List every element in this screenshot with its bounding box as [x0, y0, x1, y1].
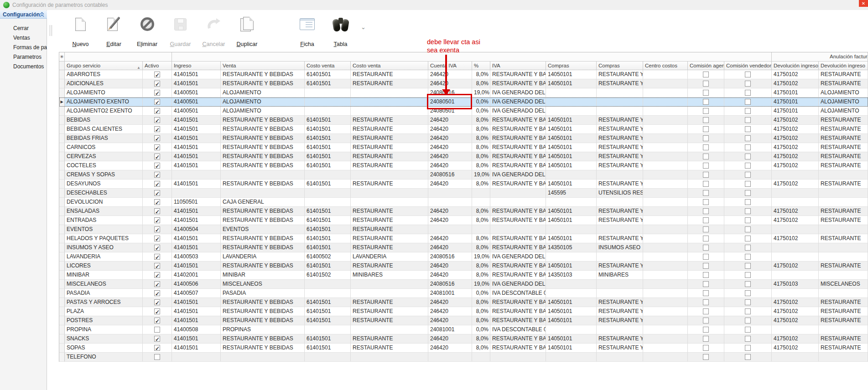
cell-cuenta[interactable]: 246420: [428, 271, 472, 280]
cell-activo[interactable]: [143, 280, 172, 289]
cell-iva[interactable]: IVA GENERADO DEL 0%: [490, 98, 546, 107]
cell-cuenta[interactable]: 24081001: [428, 289, 472, 298]
unchecked-checkbox[interactable]: [703, 336, 709, 342]
cell-centro[interactable]: [643, 280, 688, 289]
cell-comp_cod[interactable]: [546, 170, 597, 180]
cell-com_ag[interactable]: [688, 289, 724, 298]
cell-cos_nom[interactable]: RESTAURANTE: [351, 152, 428, 161]
cell-grupo[interactable]: COCTELES: [65, 161, 143, 170]
cell-dev_cod[interactable]: 41750102: [772, 262, 819, 271]
cell-centro[interactable]: [643, 134, 688, 143]
column-header-centro[interactable]: Centro costos: [643, 62, 688, 70]
cell-ing_cod[interactable]: 41401501: [172, 243, 221, 252]
cell-dev_cod[interactable]: 41750102: [772, 70, 819, 79]
checked-checkbox[interactable]: [154, 108, 160, 114]
cell-dev_cod[interactable]: [772, 198, 819, 207]
unchecked-checkbox[interactable]: [703, 318, 709, 323]
cell-dev_cod[interactable]: [772, 225, 819, 234]
checked-checkbox[interactable]: [154, 208, 160, 214]
cell-iva[interactable]: RESTAURANTE Y BAR 8%: [490, 334, 546, 344]
unchecked-checkbox[interactable]: [745, 290, 751, 296]
cell-dev_nom[interactable]: ALOJAMIENTO: [819, 88, 868, 98]
cell-cos_cod[interactable]: [305, 189, 351, 198]
cell-activo[interactable]: [143, 107, 172, 116]
cell-dev_nom[interactable]: RESTAURANTE: [819, 152, 868, 161]
checked-checkbox[interactable]: [154, 345, 160, 351]
cell-ing_cod[interactable]: 41400501: [172, 88, 221, 98]
cell-iva[interactable]: RESTAURANTE Y BAR 8%: [490, 152, 546, 161]
cell-activo[interactable]: [143, 98, 172, 107]
cell-cos_cod[interactable]: [305, 325, 351, 334]
cell-dev_nom[interactable]: ALOJAMIENTO: [819, 107, 868, 116]
cell-comp_cod[interactable]: 14050101: [546, 316, 597, 325]
checked-checkbox[interactable]: [154, 299, 160, 305]
cell-comp_nom[interactable]: RESTAURANTE Y BEBIDAS: [597, 161, 643, 170]
cell-centro[interactable]: [643, 107, 688, 116]
unchecked-checkbox[interactable]: [745, 281, 751, 287]
cell-dev_nom[interactable]: RESTAURANTE: [819, 316, 868, 325]
cell-com_ag[interactable]: [688, 243, 724, 252]
cell-comp_nom[interactable]: RESTAURANTE Y BEBIDAS: [597, 307, 643, 316]
cell-comp_nom[interactable]: RESTAURANTE Y BEBIDAS: [597, 143, 643, 152]
unchecked-checkbox[interactable]: [745, 327, 751, 333]
cell-cos_cod[interactable]: 61400502: [305, 252, 351, 262]
unchecked-checkbox[interactable]: [154, 354, 160, 360]
cell-cos_nom[interactable]: [351, 107, 428, 116]
column-header-dev_cod[interactable]: Devolución ingreso: [772, 62, 819, 70]
cell-iva[interactable]: RESTAURANTE Y BAR 8%: [490, 207, 546, 216]
unchecked-checkbox[interactable]: [703, 208, 709, 214]
unchecked-checkbox[interactable]: [154, 327, 160, 333]
toolbar-button-eliminar[interactable]: Eliminar: [130, 14, 164, 47]
unchecked-checkbox[interactable]: [703, 226, 709, 232]
checked-checkbox[interactable]: [154, 81, 160, 87]
cell-iva[interactable]: RESTAURANTE Y BAR 8%: [490, 243, 546, 252]
unchecked-checkbox[interactable]: [703, 154, 709, 159]
table-row[interactable]: POSTRES41401501RESTAURANTE Y BEBIDAS6140…: [59, 316, 868, 325]
cell-dev_nom[interactable]: [819, 225, 868, 234]
unchecked-checkbox[interactable]: [745, 318, 751, 323]
unchecked-checkbox[interactable]: [703, 299, 709, 305]
cell-grupo[interactable]: PASTAS Y ARROCES: [65, 298, 143, 307]
unchecked-checkbox[interactable]: [745, 154, 751, 159]
cell-ing_nom[interactable]: RESTAURANTE Y BEBIDAS: [221, 307, 305, 316]
cell-ing_cod[interactable]: 41400508: [172, 325, 221, 334]
cell-iva[interactable]: RESTAURANTE Y BAR 8%: [490, 116, 546, 125]
cell-ing_cod[interactable]: 41401501: [172, 116, 221, 125]
cell-com_ven[interactable]: [724, 262, 772, 271]
cell-ing_nom[interactable]: ALOJAMIENTO: [221, 88, 305, 98]
cell-ing_nom[interactable]: ALOJAMIENTO: [221, 107, 305, 116]
cell-cos_nom[interactable]: LAVANDERIA: [351, 252, 428, 262]
cell-comp_nom[interactable]: RESTAURANTE Y BEBIDAS: [597, 262, 643, 271]
cell-comp_nom[interactable]: [597, 280, 643, 289]
cell-pct[interactable]: 19,0%: [472, 252, 490, 262]
cell-pct[interactable]: 19,0%: [472, 280, 490, 289]
cell-com_ag[interactable]: [688, 98, 724, 107]
cell-activo[interactable]: [143, 79, 172, 88]
cell-centro[interactable]: [643, 344, 688, 353]
cell-iva[interactable]: RESTAURANTE Y BAR 8%: [490, 234, 546, 243]
cell-activo[interactable]: [143, 125, 172, 134]
cell-pct[interactable]: 8,0%: [472, 70, 490, 79]
cell-ing_nom[interactable]: EVENTOS: [221, 225, 305, 234]
cell-grupo[interactable]: INSUMOS Y ASEO: [65, 243, 143, 252]
column-header-cos_cod[interactable]: Costo venta: [305, 62, 351, 70]
cell-cos_cod[interactable]: 61401501: [305, 243, 351, 252]
unchecked-checkbox[interactable]: [703, 236, 709, 241]
cell-cuenta[interactable]: 246420: [428, 262, 472, 271]
cell-ing_cod[interactable]: 41400507: [172, 289, 221, 298]
cell-activo[interactable]: [143, 325, 172, 334]
checked-checkbox[interactable]: [154, 99, 160, 105]
cell-cos_cod[interactable]: 61401501: [305, 344, 351, 353]
cell-cos_nom[interactable]: RESTAURANTE: [351, 298, 428, 307]
cell-dev_cod[interactable]: 41750102: [772, 116, 819, 125]
cell-com_ven[interactable]: [724, 298, 772, 307]
unchecked-checkbox[interactable]: [745, 217, 751, 223]
cell-cuenta[interactable]: [428, 189, 472, 198]
cell-ing_nom[interactable]: RESTAURANTE Y BEBIDAS: [221, 216, 305, 225]
cell-iva[interactable]: IVA GENERADO DEL 19%: [490, 280, 546, 289]
checked-checkbox[interactable]: [154, 245, 160, 251]
column-header-com_ag[interactable]: Comisión agencia: [688, 62, 724, 70]
cell-activo[interactable]: [143, 289, 172, 298]
checked-checkbox[interactable]: [154, 263, 160, 269]
cell-cos_cod[interactable]: [305, 353, 351, 362]
